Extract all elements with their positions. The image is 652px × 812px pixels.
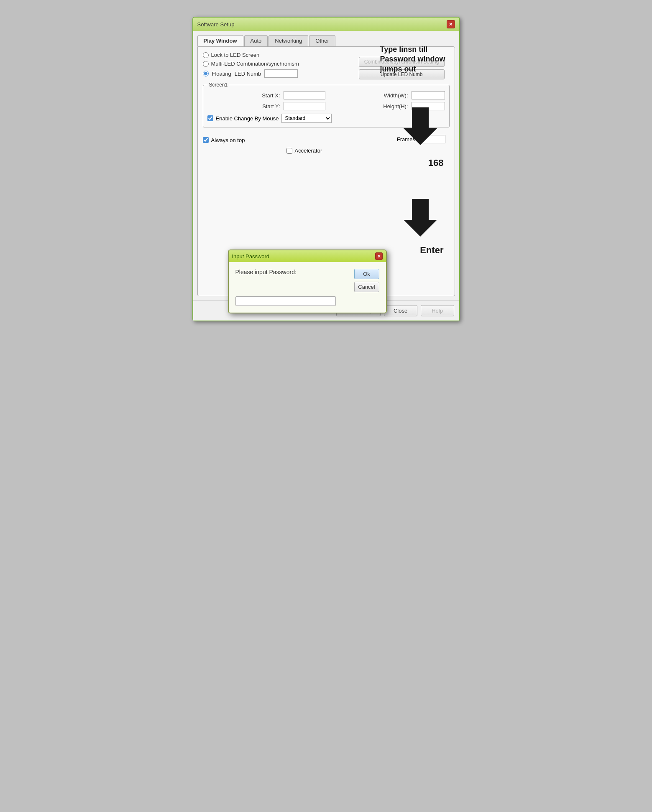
accelerator-row: Accelerator — [286, 148, 450, 154]
dialog-input-row — [235, 296, 379, 306]
password-input[interactable] — [235, 296, 336, 306]
annotation-top-text: Type linsn till Password window jumps ou… — [380, 45, 445, 74]
tab-other[interactable]: Other — [309, 35, 335, 46]
dialog-buttons: Ok Cancel — [354, 269, 379, 292]
close-button[interactable]: Close — [384, 305, 417, 316]
window-close-button[interactable]: ✕ — [447, 20, 455, 28]
arrow-down-2 — [404, 199, 437, 238]
svg-marker-0 — [404, 107, 437, 145]
screen-legend: Screen1 — [207, 82, 230, 88]
radio-multi[interactable] — [203, 61, 209, 67]
arrow-down-1 — [404, 107, 437, 146]
password-dialog: Input Password ✕ Please input Password: … — [228, 249, 387, 313]
start-y-label: Start Y: — [207, 103, 280, 109]
arrow-svg-2 — [404, 199, 437, 237]
enter-label: Enter — [420, 245, 443, 256]
tab-networking[interactable]: Networking — [268, 35, 308, 46]
svg-marker-1 — [404, 199, 437, 237]
dialog-body: Please input Password: Ok Cancel — [229, 262, 386, 313]
enable-change-label: Enable Change By Mouse — [216, 115, 279, 122]
annotation-line1: Type linsn till — [380, 45, 445, 54]
window-body: Play Window Auto Networking Other Lock t… — [193, 31, 459, 300]
accelerator-label: Accelerator — [295, 148, 322, 154]
start-y-input[interactable]: 574 — [284, 102, 325, 110]
radio-floating-label: Floating — [212, 71, 231, 77]
led-numb-label: LED Numb — [235, 71, 261, 77]
dialog-close-button[interactable]: ✕ — [375, 252, 383, 260]
dialog-prompt-label: Please input Password: — [235, 267, 297, 275]
always-on-top-checkbox[interactable] — [203, 137, 209, 143]
start-x-input[interactable]: 1278 — [284, 91, 325, 99]
radio-lock[interactable] — [203, 52, 209, 58]
arrow-svg-1 — [404, 107, 437, 145]
height-label: Height(H): — [329, 103, 408, 109]
dialog-title: Input Password — [232, 253, 270, 260]
main-panel: Lock to LED Screen Multi-LED Combination… — [197, 46, 455, 296]
enable-change-checkbox[interactable] — [207, 115, 213, 121]
accelerator-checkbox[interactable] — [286, 148, 292, 154]
led-numb-input[interactable]: . — [264, 69, 298, 78]
dialog-prompt-row: Please input Password: Ok Cancel — [235, 269, 379, 292]
width-input[interactable]: 300 — [412, 91, 445, 99]
radio-lock-label: Lock to LED Screen — [211, 52, 260, 58]
always-on-top-row: Always on top — [203, 137, 245, 143]
window-title: Software Setup — [197, 21, 235, 28]
start-x-label: Start X: — [207, 92, 280, 99]
dialog-overlay: Input Password ✕ Please input Password: … — [228, 249, 387, 313]
radio-multi-label: Multi-LED Combination/synchronism — [211, 61, 299, 67]
dialog-ok-button[interactable]: Ok — [354, 269, 379, 279]
dialog-cancel-button[interactable]: Cancel — [354, 282, 379, 292]
title-bar: Software Setup ✕ — [193, 18, 459, 31]
annotation-line3: jumps out — [380, 64, 445, 74]
help-button[interactable]: Help — [421, 305, 454, 316]
annotation-container: Always on top Frames: 30 Accelerator Typ — [203, 132, 450, 291]
width-label: Width(W): — [329, 92, 408, 99]
standard-select[interactable]: Standard — [281, 114, 332, 123]
always-on-top-label: Always on top — [211, 137, 245, 143]
tab-play-window[interactable]: Play Window — [197, 35, 243, 46]
annotation-line2: Password window — [380, 54, 445, 64]
radio-floating[interactable] — [203, 71, 209, 76]
dialog-title-bar: Input Password ✕ — [229, 250, 386, 262]
tab-auto[interactable]: Auto — [244, 35, 268, 46]
main-window: Software Setup ✕ Play Window Auto Networ… — [192, 17, 460, 321]
